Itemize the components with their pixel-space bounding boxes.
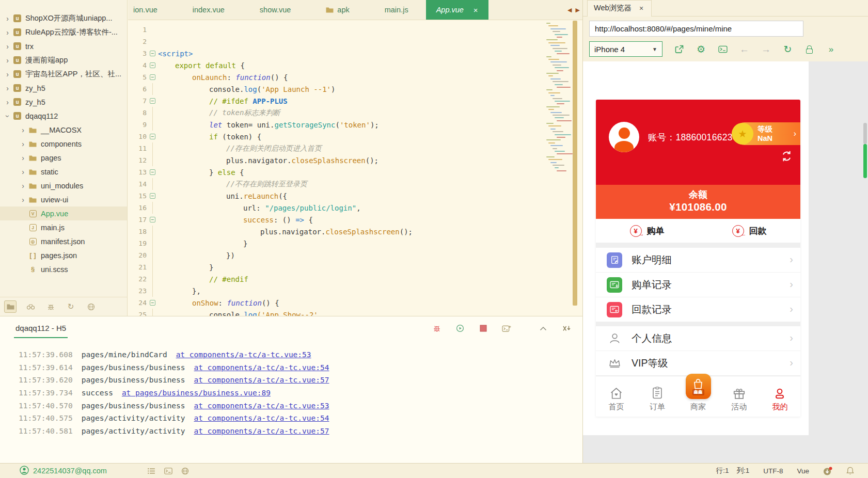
editor-scrollbar[interactable]	[573, 21, 577, 306]
account-email[interactable]: 2422514037@qq.com	[20, 466, 107, 476]
tree-item[interactable]: ›udqaqq112	[0, 109, 127, 123]
clear-icon[interactable]	[562, 325, 571, 332]
code-line[interactable]: 8// token标志来判断	[128, 107, 582, 119]
bell-icon[interactable]	[846, 467, 854, 475]
console-tab[interactable]: dqaqq112 - H5	[14, 318, 68, 338]
code-line[interactable]: 25console.log('App Show--2'	[128, 309, 582, 316]
tabbar-item-活动[interactable]: 活动	[719, 376, 760, 417]
chevron-right-icon[interactable]: ›	[19, 196, 27, 204]
chevron-right-icon[interactable]: ›	[19, 140, 27, 148]
lock-icon[interactable]	[804, 44, 814, 54]
tree-item[interactable]: [ ]pages.json	[0, 248, 127, 262]
fold-marker-icon[interactable]: −	[147, 59, 158, 71]
minimap[interactable]	[546, 23, 570, 173]
menu-item-VIP等级[interactable]: VIP等级›	[596, 351, 800, 376]
code-line[interactable]: 23},	[128, 285, 582, 297]
new-terminal-icon[interactable]	[502, 325, 511, 332]
tabbar-item-商家[interactable]: 鑫鑫商家	[677, 376, 718, 417]
tree-item[interactable]: ›utrx	[0, 39, 127, 53]
network-globe-icon[interactable]	[181, 467, 189, 475]
tab-scroll-left-icon[interactable]: ◀	[567, 7, 572, 13]
log-source-link[interactable]: at components/a-tc/a-tc.vue:57	[194, 376, 329, 384]
code-line[interactable]: 16url: "/pages/public/login",	[128, 202, 582, 214]
tree-item[interactable]: ›uview-ui	[0, 193, 127, 206]
code-line[interactable]: 11//存在则关闭启动页进入首页	[128, 142, 582, 154]
code-line[interactable]: 22// #endif	[128, 273, 582, 285]
avatar[interactable]	[609, 122, 639, 152]
code-line[interactable]: 24−onShow: function() {	[128, 297, 582, 309]
tab-show.vue[interactable]: show.vue	[242, 0, 308, 20]
stop-icon[interactable]	[479, 325, 488, 332]
browser-scrollbar-active[interactable]	[863, 144, 867, 178]
code-line[interactable]: 7−// #ifdef APP-PLUS	[128, 95, 582, 107]
code-area[interactable]: 123−<script>4−export default {5−onLaunch…	[128, 20, 582, 316]
tree-item[interactable]: ›uni_modules	[0, 179, 127, 193]
code-line[interactable]: 13−} else {	[128, 166, 582, 178]
update-icon[interactable]	[823, 467, 832, 475]
action-回款[interactable]: ¥←回款	[698, 219, 800, 243]
search-icon[interactable]	[24, 300, 37, 313]
fold-marker-icon[interactable]: −	[147, 190, 158, 202]
chevron-right-icon[interactable]: ›	[19, 168, 27, 176]
debug-bug-icon[interactable]	[432, 324, 441, 332]
tabbar-item-我的[interactable]: 我的	[760, 376, 800, 417]
tree-item[interactable]: ›uShopXO开源商城uniapp...	[0, 11, 127, 25]
code-line[interactable]: 1	[128, 24, 582, 36]
network-icon[interactable]	[85, 300, 97, 313]
code-line[interactable]: 14//不存在则跳转至登录页	[128, 178, 582, 190]
tree-item[interactable]: ›static	[0, 165, 127, 179]
log-source-link[interactable]: at components/a-tc/a-tc.vue:53	[176, 350, 311, 359]
chevron-down-icon[interactable]: ›	[4, 111, 12, 120]
menu-item-购单记录[interactable]: 购单记录›	[596, 273, 800, 297]
log-source-link[interactable]: at components/a-tc/a-tc.vue:54	[194, 414, 329, 422]
back-icon[interactable]: ←	[739, 44, 749, 54]
menu-item-回款记录[interactable]: 回款记录›	[596, 297, 800, 322]
tab-apk[interactable]: apk	[308, 0, 367, 20]
log-source-link[interactable]: at pages/business/business.vue:89	[122, 389, 271, 397]
restart-icon[interactable]	[455, 324, 465, 332]
fold-marker-icon[interactable]: −	[147, 47, 158, 59]
more-icon[interactable]: »	[826, 44, 836, 54]
device-select[interactable]: iPhone 4 ▼	[589, 41, 662, 57]
chevron-right-icon[interactable]: ›	[3, 14, 12, 23]
chevron-right-icon[interactable]: ›	[19, 154, 27, 162]
action-购单[interactable]: ¥→购单	[596, 219, 698, 243]
todo-list-icon[interactable]	[147, 468, 155, 474]
close-icon[interactable]: ×	[639, 4, 643, 12]
chevron-right-icon[interactable]: ›	[3, 42, 12, 51]
code-line[interactable]: 4−export default {	[128, 59, 582, 71]
code-line[interactable]: 6console.log('App Launch --1')	[128, 83, 582, 95]
tabbar-item-订单[interactable]: 订单	[637, 376, 677, 417]
tree-item[interactable]: ›__MACOSX	[0, 123, 127, 137]
tree-item[interactable]: Jmain.js	[0, 220, 127, 234]
chevron-right-icon[interactable]: ›	[3, 56, 12, 65]
chevron-right-icon[interactable]: ›	[19, 182, 27, 190]
fold-marker-icon[interactable]: −	[147, 297, 158, 309]
tree-item[interactable]: §uni.scss	[0, 262, 127, 276]
debug-icon[interactable]	[44, 300, 57, 313]
forward-icon[interactable]: →	[761, 44, 771, 54]
tree-item[interactable]: ›u宇宙岛社区APP，社区、社...	[0, 67, 127, 81]
tree-item[interactable]: ›uzy_h5	[0, 95, 127, 109]
syntax-indicator[interactable]: Vue	[797, 467, 809, 475]
devtools-terminal-icon[interactable]	[718, 44, 728, 54]
code-line[interactable]: 10−if (token) {	[128, 131, 582, 142]
url-bar[interactable]: http://localhost:8080/#/pages/mine/mine	[589, 21, 803, 37]
code-line[interactable]: 21}	[128, 261, 582, 273]
tab-App.vue[interactable]: App.vue×	[426, 0, 488, 20]
tree-item[interactable]: ›pages	[0, 151, 127, 165]
settings-gear-icon[interactable]: ⚙	[696, 44, 706, 54]
fold-marker-icon[interactable]: −	[147, 214, 158, 226]
tree-item[interactable]: ◎manifest.json	[0, 234, 127, 248]
log-source-link[interactable]: at components/a-tc/a-tc.vue:54	[194, 363, 329, 372]
tab-ion.vue[interactable]: ion.vue	[128, 0, 175, 20]
code-line[interactable]: 20})	[128, 249, 582, 261]
chevron-right-icon[interactable]: ›	[19, 126, 27, 134]
tab-index.vue[interactable]: index.vue	[175, 0, 242, 20]
tabbar-item-首页[interactable]: 首页	[596, 376, 637, 417]
tab-scroll-right-icon[interactable]: ▶	[576, 7, 580, 13]
collapse-icon[interactable]	[539, 326, 548, 331]
open-in-browser-icon[interactable]	[674, 44, 684, 54]
chevron-right-icon[interactable]: ›	[3, 28, 12, 37]
code-line[interactable]: 12plus.navigator.closeSplashscreen();	[128, 154, 582, 166]
